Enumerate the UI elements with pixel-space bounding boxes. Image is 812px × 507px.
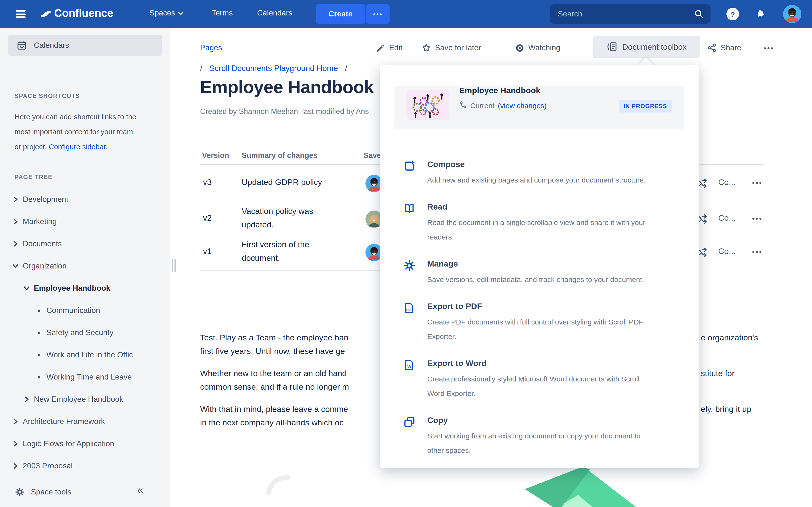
help-icon[interactable]: ? [726,8,739,20]
col-header-version: Version [202,151,229,160]
popup-document-title: Employee Handbook [459,86,540,96]
create-button[interactable]: Create [316,4,365,24]
menu-item-copy[interactable]: Copy Start working from an existing docu… [427,416,682,458]
view-changes-link[interactable]: (view changes) [498,101,547,110]
chevron-right-icon[interactable] [24,396,29,402]
search-icon[interactable] [694,9,704,19]
edit-icon [376,43,385,52]
chevron-down-icon[interactable] [24,285,29,291]
menu-item-compose[interactable]: Compose Add new and existing pages and c… [427,160,682,187]
sidebar-item-calendars[interactable]: Calendars [8,35,162,56]
bullet-icon [38,376,40,378]
nav-terms[interactable]: Terms [212,9,233,17]
tree-item-employee-handbook[interactable]: Employee Handbook [0,282,170,294]
svg-text:W: W [407,364,412,369]
menu-item-export-to-pdf[interactable]: PDF Export to PDF Create PDF documents w… [427,302,682,344]
user-avatar[interactable] [783,5,801,23]
menu-item-manage[interactable]: Manage Save versions, edit metadata, and… [427,259,682,287]
paragraph-text: in the next company all-hands which oc [200,418,343,428]
paragraph-text: stitute for [701,369,735,379]
background-swirl [256,466,322,507]
nav-more-button[interactable]: ••• [366,4,390,24]
col-header-saved-by: Save [363,151,381,160]
search-input[interactable] [550,10,694,18]
tree-item-new-employee-handbook[interactable]: New Employee Handbook [0,393,170,406]
chevron-right-icon[interactable] [13,196,18,202]
space-shortcuts-text: Here you can add shortcut links to the m… [14,109,164,154]
menu-item-export-to-word[interactable]: W Export to Word Create professionally s… [427,359,682,401]
table-header-rule-right [699,164,764,165]
tree-item-work-and-life[interactable]: Work and Life in the Offic [0,349,170,361]
tree-item-logic-flows[interactable]: Logic Flows for Application [0,438,170,450]
collapse-sidebar-icon[interactable]: « [137,484,142,496]
share-icon [707,43,717,53]
read-icon [403,202,416,215]
copy-icon [403,416,416,428]
notifications-icon[interactable] [755,8,767,22]
summary-cell: document. [242,253,280,263]
row-more-button[interactable]: ••• [752,214,763,223]
bullet-icon [38,309,40,312]
space-tools-button[interactable]: Space tools [0,477,170,507]
paragraph-text: With that in mind, please leave a comme [200,405,348,414]
breadcrumb-space-home-link[interactable]: Scroll Documents Playground Home [209,64,338,72]
brand-title[interactable]: Confluence [54,7,113,20]
chevron-down-icon[interactable] [13,263,18,269]
paragraph-text: first five years. Until now, these have … [200,347,345,356]
confluence-app: Confluence Spaces Terms Calendars Create… [0,0,812,507]
watching-icon [515,43,524,52]
sidebar: Calendars SPACE SHORTCUTS Here you can a… [0,28,170,507]
compare-link[interactable]: Co... [718,247,735,257]
tree-item-2003-proposal[interactable]: 2003 Proposal [0,460,170,472]
page-more-button[interactable]: ••• [764,42,774,54]
row-more-button[interactable]: ••• [752,179,763,187]
row-more-button[interactable]: ••• [752,248,763,256]
nav-calendars[interactable]: Calendars [257,9,292,17]
tree-item-architecture-framework[interactable]: Architecture Framework [0,415,170,428]
summary-cell: First version of the [242,240,309,249]
tree-item-development[interactable]: Development [0,193,170,206]
tree-item-working-time-and-leave[interactable]: Working Time and Leave [0,371,170,383]
compare-link[interactable]: Co... [718,213,735,223]
drag-handle-icon[interactable] [171,259,176,272]
gear-icon [14,487,25,497]
tree-item-organization[interactable]: Organization [0,260,170,272]
bullet-icon [38,332,40,334]
page-title: Employee Handbook [200,77,373,98]
document-toolbox-button[interactable]: Document toolbox [593,36,700,58]
byline: Created by Shannon Meehan, last modified… [200,107,369,116]
calendar-icon [16,40,27,51]
compare-link[interactable]: Co... [718,178,735,187]
tree-item-documents[interactable]: Documents [0,237,170,250]
watching-button[interactable]: Watching [515,42,560,54]
search-box [550,4,711,24]
breadcrumb-pages-link[interactable]: Pages [200,42,222,54]
svg-text:PDF: PDF [406,308,412,312]
version-cell: v1 [203,247,212,257]
table-header-rule [200,164,380,165]
edit-button[interactable]: Edit [376,42,402,54]
configure-sidebar-link[interactable]: Configure sidebar [49,143,106,151]
chevron-right-icon[interactable] [13,441,18,447]
confluence-logo[interactable] [40,8,52,22]
chevron-right-icon[interactable] [13,418,18,425]
paragraph-text: common sense, and if a rule no longer m [200,382,349,392]
tree-item-communication[interactable]: Communication [0,304,170,317]
version-cell: v2 [203,213,212,223]
version-cell: v3 [203,178,212,187]
chevron-right-icon[interactable] [13,241,18,247]
tree-item-safety-and-security[interactable]: Safety and Security [0,326,170,339]
tree-item-marketing[interactable]: Marketing [0,215,170,228]
menu-item-read[interactable]: Read Read the document in a single scrol… [427,202,682,244]
summary-cell: Updated GDPR policy [242,178,322,187]
chevron-right-icon[interactable] [13,463,18,469]
share-button[interactable]: Share [707,42,741,54]
space-shortcuts-heading: SPACE SHORTCUTS [14,93,80,100]
nav-spaces[interactable]: Spaces [149,9,184,17]
summary-cell: Vacation policy was [242,207,313,216]
chevron-right-icon[interactable] [13,219,18,225]
paragraph-text: Test. Play as a Team - the employee han [200,333,349,343]
manage-icon [403,259,416,272]
save-for-later-button[interactable]: Save for later [421,42,481,54]
hamburger-icon[interactable] [16,9,26,19]
